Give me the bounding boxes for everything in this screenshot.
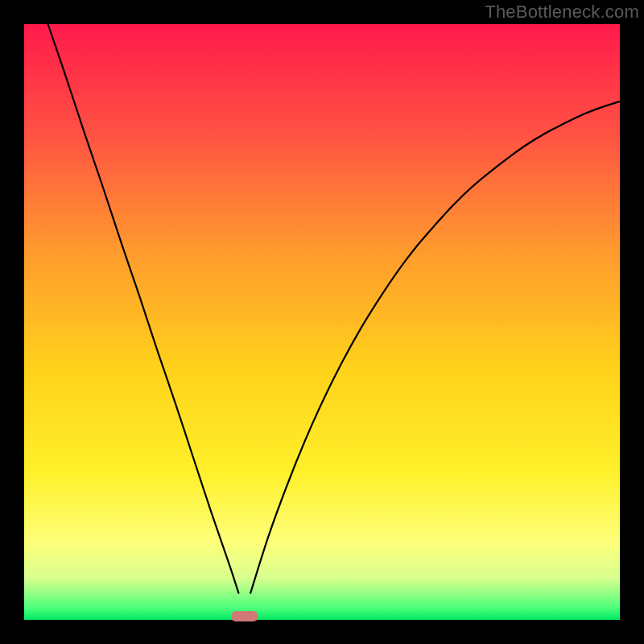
chart-canvas xyxy=(0,0,644,644)
chart-gradient-bg xyxy=(24,24,620,620)
optimal-range-marker xyxy=(231,611,258,621)
bottleneck-chart: TheBottleneck.com xyxy=(0,0,644,644)
attribution-text: TheBottleneck.com xyxy=(485,2,639,23)
